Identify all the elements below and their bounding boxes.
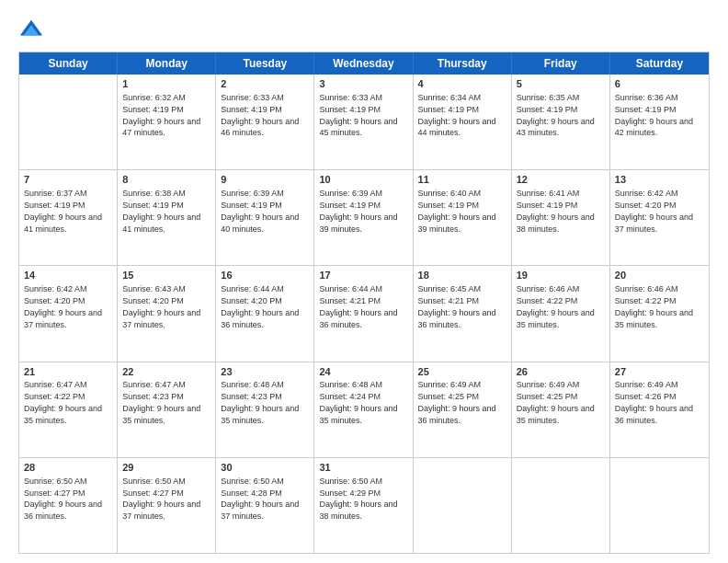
day-info: Sunrise: 6:32 AM Sunset: 4:19 PM Dayligh…: [122, 93, 200, 138]
calendar-cell: [19, 75, 118, 169]
day-info: Sunrise: 6:50 AM Sunset: 4:27 PM Dayligh…: [122, 477, 200, 522]
day-info: Sunrise: 6:46 AM Sunset: 4:22 PM Dayligh…: [517, 284, 595, 329]
header-day-sunday: Sunday: [19, 52, 118, 75]
calendar-cell: 18Sunrise: 6:45 AM Sunset: 4:21 PM Dayli…: [414, 266, 512, 361]
day-number: 23: [221, 365, 309, 379]
day-info: Sunrise: 6:34 AM Sunset: 4:19 PM Dayligh…: [418, 93, 496, 138]
calendar-header: SundayMondayTuesdayWednesdayThursdayFrid…: [19, 52, 709, 75]
day-number: 25: [418, 365, 506, 379]
calendar-cell: 20Sunrise: 6:46 AM Sunset: 4:22 PM Dayli…: [610, 266, 709, 361]
header-day-monday: Monday: [118, 52, 216, 75]
day-number: 20: [615, 269, 704, 282]
calendar-row-5: 28Sunrise: 6:50 AM Sunset: 4:27 PM Dayli…: [19, 458, 709, 553]
calendar-cell: 12Sunrise: 6:41 AM Sunset: 4:19 PM Dayli…: [512, 170, 610, 265]
day-number: 17: [319, 269, 407, 282]
day-info: Sunrise: 6:42 AM Sunset: 4:20 PM Dayligh…: [24, 284, 102, 329]
calendar-cell: 23Sunrise: 6:48 AM Sunset: 4:23 PM Dayli…: [216, 362, 314, 457]
calendar-cell: 25Sunrise: 6:49 AM Sunset: 4:25 PM Dayli…: [414, 362, 512, 457]
day-info: Sunrise: 6:42 AM Sunset: 4:20 PM Dayligh…: [615, 189, 693, 234]
calendar-cell: 31Sunrise: 6:50 AM Sunset: 4:29 PM Dayli…: [314, 458, 413, 553]
day-number: 27: [615, 365, 704, 379]
day-number: 3: [319, 77, 407, 91]
calendar-cell: 15Sunrise: 6:43 AM Sunset: 4:20 PM Dayli…: [118, 266, 216, 361]
day-number: 5: [517, 77, 605, 91]
calendar-cell: 2Sunrise: 6:33 AM Sunset: 4:19 PM Daylig…: [216, 75, 314, 169]
day-info: Sunrise: 6:37 AM Sunset: 4:19 PM Dayligh…: [24, 189, 102, 234]
day-number: 21: [24, 365, 112, 379]
calendar-cell: 26Sunrise: 6:49 AM Sunset: 4:25 PM Dayli…: [512, 362, 610, 457]
day-info: Sunrise: 6:35 AM Sunset: 4:19 PM Dayligh…: [517, 93, 595, 138]
calendar-cell: 19Sunrise: 6:46 AM Sunset: 4:22 PM Dayli…: [512, 266, 610, 361]
day-number: 14: [24, 269, 112, 282]
header-day-tuesday: Tuesday: [216, 52, 314, 75]
calendar-cell: 6Sunrise: 6:36 AM Sunset: 4:19 PM Daylig…: [610, 75, 709, 169]
calendar-cell: 16Sunrise: 6:44 AM Sunset: 4:20 PM Dayli…: [216, 266, 314, 361]
day-info: Sunrise: 6:36 AM Sunset: 4:19 PM Dayligh…: [615, 93, 693, 138]
day-info: Sunrise: 6:49 AM Sunset: 4:25 PM Dayligh…: [517, 380, 595, 425]
day-number: 30: [221, 461, 309, 475]
calendar-cell: 3Sunrise: 6:33 AM Sunset: 4:19 PM Daylig…: [314, 75, 413, 169]
header-day-friday: Friday: [512, 52, 610, 75]
day-number: 9: [221, 173, 309, 187]
calendar-body: 1Sunrise: 6:32 AM Sunset: 4:19 PM Daylig…: [19, 75, 709, 553]
calendar-cell: 4Sunrise: 6:34 AM Sunset: 4:19 PM Daylig…: [414, 75, 512, 169]
page: SundayMondayTuesdayWednesdayThursdayFrid…: [0, 0, 728, 563]
day-number: 22: [122, 365, 210, 379]
day-info: Sunrise: 6:33 AM Sunset: 4:19 PM Dayligh…: [319, 93, 397, 138]
day-number: 1: [122, 77, 210, 91]
header-day-saturday: Saturday: [610, 52, 709, 75]
day-info: Sunrise: 6:40 AM Sunset: 4:19 PM Dayligh…: [418, 189, 496, 234]
day-number: 18: [418, 269, 506, 282]
day-number: 31: [319, 461, 407, 475]
calendar-cell: 7Sunrise: 6:37 AM Sunset: 4:19 PM Daylig…: [19, 170, 118, 265]
calendar-cell: 17Sunrise: 6:44 AM Sunset: 4:21 PM Dayli…: [314, 266, 413, 361]
day-number: 19: [517, 269, 605, 282]
day-number: 11: [418, 173, 506, 187]
day-number: 2: [221, 77, 309, 91]
day-info: Sunrise: 6:47 AM Sunset: 4:23 PM Dayligh…: [122, 380, 200, 425]
calendar-cell: 9Sunrise: 6:39 AM Sunset: 4:19 PM Daylig…: [216, 170, 314, 265]
day-info: Sunrise: 6:41 AM Sunset: 4:19 PM Dayligh…: [517, 189, 595, 234]
day-info: Sunrise: 6:47 AM Sunset: 4:22 PM Dayligh…: [24, 380, 102, 425]
calendar-cell: 13Sunrise: 6:42 AM Sunset: 4:20 PM Dayli…: [610, 170, 709, 265]
day-info: Sunrise: 6:50 AM Sunset: 4:28 PM Dayligh…: [221, 477, 299, 522]
day-number: 26: [517, 365, 605, 379]
header-day-wednesday: Wednesday: [314, 52, 413, 75]
calendar-cell: 29Sunrise: 6:50 AM Sunset: 4:27 PM Dayli…: [118, 458, 216, 553]
logo: [18, 17, 48, 42]
calendar-cell: [512, 458, 610, 553]
logo-icon: [18, 17, 44, 42]
day-number: 13: [615, 173, 704, 187]
day-info: Sunrise: 6:45 AM Sunset: 4:21 PM Dayligh…: [418, 284, 496, 329]
calendar-cell: 24Sunrise: 6:48 AM Sunset: 4:24 PM Dayli…: [314, 362, 413, 457]
calendar-row-4: 21Sunrise: 6:47 AM Sunset: 4:22 PM Dayli…: [19, 362, 709, 458]
calendar-cell: 11Sunrise: 6:40 AM Sunset: 4:19 PM Dayli…: [414, 170, 512, 265]
day-number: 8: [122, 173, 210, 187]
day-number: 29: [122, 461, 210, 475]
calendar-cell: 14Sunrise: 6:42 AM Sunset: 4:20 PM Dayli…: [19, 266, 118, 361]
day-info: Sunrise: 6:49 AM Sunset: 4:26 PM Dayligh…: [615, 380, 693, 425]
day-info: Sunrise: 6:48 AM Sunset: 4:23 PM Dayligh…: [221, 380, 299, 425]
day-info: Sunrise: 6:50 AM Sunset: 4:27 PM Dayligh…: [24, 477, 102, 522]
day-number: 7: [24, 173, 112, 187]
day-info: Sunrise: 6:44 AM Sunset: 4:20 PM Dayligh…: [221, 284, 299, 329]
calendar-cell: [414, 458, 512, 553]
calendar-cell: [610, 458, 709, 553]
calendar-row-3: 14Sunrise: 6:42 AM Sunset: 4:20 PM Dayli…: [19, 266, 709, 362]
header: [18, 17, 710, 42]
day-info: Sunrise: 6:49 AM Sunset: 4:25 PM Dayligh…: [418, 380, 496, 425]
day-number: 28: [24, 461, 112, 475]
calendar-cell: 27Sunrise: 6:49 AM Sunset: 4:26 PM Dayli…: [610, 362, 709, 457]
calendar-cell: 21Sunrise: 6:47 AM Sunset: 4:22 PM Dayli…: [19, 362, 118, 457]
day-info: Sunrise: 6:50 AM Sunset: 4:29 PM Dayligh…: [319, 477, 397, 522]
calendar-cell: 22Sunrise: 6:47 AM Sunset: 4:23 PM Dayli…: [118, 362, 216, 457]
calendar-cell: 10Sunrise: 6:39 AM Sunset: 4:19 PM Dayli…: [314, 170, 413, 265]
day-number: 12: [517, 173, 605, 187]
day-info: Sunrise: 6:48 AM Sunset: 4:24 PM Dayligh…: [319, 380, 397, 425]
day-info: Sunrise: 6:39 AM Sunset: 4:19 PM Dayligh…: [319, 189, 397, 234]
day-info: Sunrise: 6:33 AM Sunset: 4:19 PM Dayligh…: [221, 93, 299, 138]
calendar-cell: 8Sunrise: 6:38 AM Sunset: 4:19 PM Daylig…: [118, 170, 216, 265]
day-number: 4: [418, 77, 506, 91]
calendar-cell: 28Sunrise: 6:50 AM Sunset: 4:27 PM Dayli…: [19, 458, 118, 553]
day-number: 16: [221, 269, 309, 282]
